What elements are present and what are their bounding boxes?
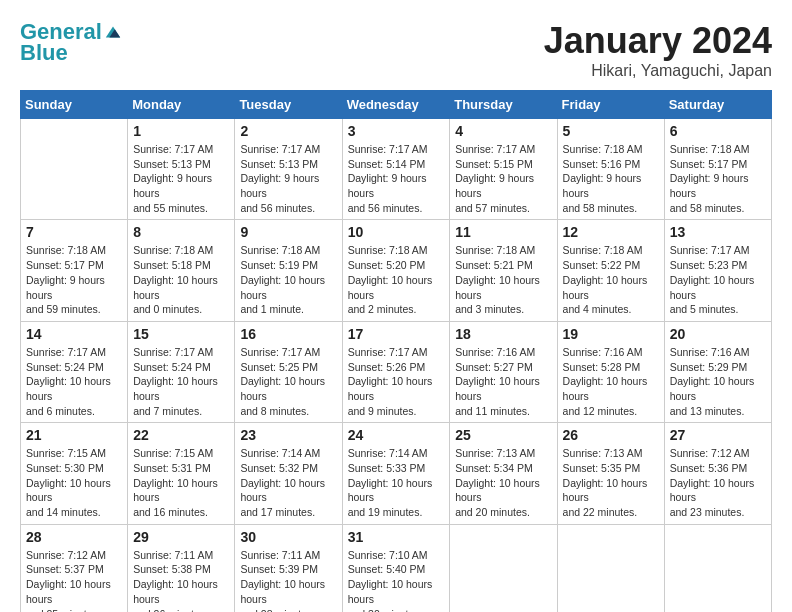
day-number: 17 bbox=[348, 326, 445, 342]
calendar-cell: 19Sunrise: 7:16 AMSunset: 5:28 PMDayligh… bbox=[557, 321, 664, 422]
day-number: 28 bbox=[26, 529, 122, 545]
day-number: 23 bbox=[240, 427, 336, 443]
day-info: Sunrise: 7:18 AMSunset: 5:20 PMDaylight:… bbox=[348, 243, 445, 316]
calendar-table: SundayMondayTuesdayWednesdayThursdayFrid… bbox=[20, 90, 772, 612]
day-info: Sunrise: 7:11 AMSunset: 5:38 PMDaylight:… bbox=[133, 548, 229, 612]
day-info: Sunrise: 7:17 AMSunset: 5:13 PMDaylight:… bbox=[133, 142, 229, 215]
column-header-monday: Monday bbox=[128, 91, 235, 119]
month-title: January 2024 bbox=[544, 20, 772, 62]
day-info: Sunrise: 7:14 AMSunset: 5:32 PMDaylight:… bbox=[240, 446, 336, 519]
calendar-cell: 2Sunrise: 7:17 AMSunset: 5:13 PMDaylight… bbox=[235, 119, 342, 220]
calendar-cell: 20Sunrise: 7:16 AMSunset: 5:29 PMDayligh… bbox=[664, 321, 771, 422]
day-info: Sunrise: 7:13 AMSunset: 5:35 PMDaylight:… bbox=[563, 446, 659, 519]
calendar-cell bbox=[450, 524, 557, 612]
day-number: 26 bbox=[563, 427, 659, 443]
day-info: Sunrise: 7:16 AMSunset: 5:27 PMDaylight:… bbox=[455, 345, 551, 418]
day-number: 3 bbox=[348, 123, 445, 139]
calendar-cell: 27Sunrise: 7:12 AMSunset: 5:36 PMDayligh… bbox=[664, 423, 771, 524]
day-number: 7 bbox=[26, 224, 122, 240]
day-info: Sunrise: 7:18 AMSunset: 5:18 PMDaylight:… bbox=[133, 243, 229, 316]
day-info: Sunrise: 7:18 AMSunset: 5:17 PMDaylight:… bbox=[26, 243, 122, 316]
column-header-tuesday: Tuesday bbox=[235, 91, 342, 119]
calendar-cell: 9Sunrise: 7:18 AMSunset: 5:19 PMDaylight… bbox=[235, 220, 342, 321]
title-block: January 2024 Hikari, Yamaguchi, Japan bbox=[544, 20, 772, 80]
week-row-4: 21Sunrise: 7:15 AMSunset: 5:30 PMDayligh… bbox=[21, 423, 772, 524]
calendar-cell: 22Sunrise: 7:15 AMSunset: 5:31 PMDayligh… bbox=[128, 423, 235, 524]
day-info: Sunrise: 7:17 AMSunset: 5:25 PMDaylight:… bbox=[240, 345, 336, 418]
logo: General Blue bbox=[20, 20, 122, 66]
calendar-cell bbox=[664, 524, 771, 612]
week-row-3: 14Sunrise: 7:17 AMSunset: 5:24 PMDayligh… bbox=[21, 321, 772, 422]
day-number: 4 bbox=[455, 123, 551, 139]
day-number: 10 bbox=[348, 224, 445, 240]
calendar-cell: 16Sunrise: 7:17 AMSunset: 5:25 PMDayligh… bbox=[235, 321, 342, 422]
column-header-friday: Friday bbox=[557, 91, 664, 119]
calendar-cell: 15Sunrise: 7:17 AMSunset: 5:24 PMDayligh… bbox=[128, 321, 235, 422]
day-number: 11 bbox=[455, 224, 551, 240]
calendar-cell: 31Sunrise: 7:10 AMSunset: 5:40 PMDayligh… bbox=[342, 524, 450, 612]
day-number: 12 bbox=[563, 224, 659, 240]
day-info: Sunrise: 7:17 AMSunset: 5:24 PMDaylight:… bbox=[133, 345, 229, 418]
calendar-cell: 8Sunrise: 7:18 AMSunset: 5:18 PMDaylight… bbox=[128, 220, 235, 321]
day-number: 29 bbox=[133, 529, 229, 545]
day-number: 31 bbox=[348, 529, 445, 545]
calendar-cell: 5Sunrise: 7:18 AMSunset: 5:16 PMDaylight… bbox=[557, 119, 664, 220]
calendar-cell: 12Sunrise: 7:18 AMSunset: 5:22 PMDayligh… bbox=[557, 220, 664, 321]
day-info: Sunrise: 7:17 AMSunset: 5:15 PMDaylight:… bbox=[455, 142, 551, 215]
day-info: Sunrise: 7:17 AMSunset: 5:14 PMDaylight:… bbox=[348, 142, 445, 215]
calendar-cell: 25Sunrise: 7:13 AMSunset: 5:34 PMDayligh… bbox=[450, 423, 557, 524]
day-number: 30 bbox=[240, 529, 336, 545]
calendar-cell bbox=[557, 524, 664, 612]
calendar-header-row: SundayMondayTuesdayWednesdayThursdayFrid… bbox=[21, 91, 772, 119]
day-info: Sunrise: 7:18 AMSunset: 5:22 PMDaylight:… bbox=[563, 243, 659, 316]
day-number: 22 bbox=[133, 427, 229, 443]
column-header-wednesday: Wednesday bbox=[342, 91, 450, 119]
day-info: Sunrise: 7:17 AMSunset: 5:13 PMDaylight:… bbox=[240, 142, 336, 215]
day-number: 19 bbox=[563, 326, 659, 342]
day-info: Sunrise: 7:18 AMSunset: 5:21 PMDaylight:… bbox=[455, 243, 551, 316]
day-number: 13 bbox=[670, 224, 766, 240]
day-info: Sunrise: 7:15 AMSunset: 5:30 PMDaylight:… bbox=[26, 446, 122, 519]
day-number: 20 bbox=[670, 326, 766, 342]
day-info: Sunrise: 7:13 AMSunset: 5:34 PMDaylight:… bbox=[455, 446, 551, 519]
calendar-cell: 17Sunrise: 7:17 AMSunset: 5:26 PMDayligh… bbox=[342, 321, 450, 422]
day-info: Sunrise: 7:16 AMSunset: 5:29 PMDaylight:… bbox=[670, 345, 766, 418]
day-number: 2 bbox=[240, 123, 336, 139]
calendar-cell: 3Sunrise: 7:17 AMSunset: 5:14 PMDaylight… bbox=[342, 119, 450, 220]
day-number: 27 bbox=[670, 427, 766, 443]
location: Hikari, Yamaguchi, Japan bbox=[544, 62, 772, 80]
calendar-cell: 21Sunrise: 7:15 AMSunset: 5:30 PMDayligh… bbox=[21, 423, 128, 524]
logo-icon bbox=[104, 23, 122, 41]
calendar-cell: 4Sunrise: 7:17 AMSunset: 5:15 PMDaylight… bbox=[450, 119, 557, 220]
week-row-5: 28Sunrise: 7:12 AMSunset: 5:37 PMDayligh… bbox=[21, 524, 772, 612]
day-number: 5 bbox=[563, 123, 659, 139]
calendar-cell: 29Sunrise: 7:11 AMSunset: 5:38 PMDayligh… bbox=[128, 524, 235, 612]
calendar-cell: 14Sunrise: 7:17 AMSunset: 5:24 PMDayligh… bbox=[21, 321, 128, 422]
day-number: 15 bbox=[133, 326, 229, 342]
calendar-cell: 18Sunrise: 7:16 AMSunset: 5:27 PMDayligh… bbox=[450, 321, 557, 422]
column-header-thursday: Thursday bbox=[450, 91, 557, 119]
calendar-cell: 13Sunrise: 7:17 AMSunset: 5:23 PMDayligh… bbox=[664, 220, 771, 321]
day-info: Sunrise: 7:12 AMSunset: 5:36 PMDaylight:… bbox=[670, 446, 766, 519]
calendar-cell: 10Sunrise: 7:18 AMSunset: 5:20 PMDayligh… bbox=[342, 220, 450, 321]
day-info: Sunrise: 7:15 AMSunset: 5:31 PMDaylight:… bbox=[133, 446, 229, 519]
day-number: 8 bbox=[133, 224, 229, 240]
day-info: Sunrise: 7:17 AMSunset: 5:26 PMDaylight:… bbox=[348, 345, 445, 418]
calendar-cell: 26Sunrise: 7:13 AMSunset: 5:35 PMDayligh… bbox=[557, 423, 664, 524]
day-number: 9 bbox=[240, 224, 336, 240]
column-header-sunday: Sunday bbox=[21, 91, 128, 119]
day-info: Sunrise: 7:17 AMSunset: 5:24 PMDaylight:… bbox=[26, 345, 122, 418]
day-number: 25 bbox=[455, 427, 551, 443]
calendar-cell: 24Sunrise: 7:14 AMSunset: 5:33 PMDayligh… bbox=[342, 423, 450, 524]
calendar-cell bbox=[21, 119, 128, 220]
page-header: General Blue January 2024 Hikari, Yamagu… bbox=[20, 20, 772, 80]
day-info: Sunrise: 7:17 AMSunset: 5:23 PMDaylight:… bbox=[670, 243, 766, 316]
day-number: 1 bbox=[133, 123, 229, 139]
calendar-cell: 6Sunrise: 7:18 AMSunset: 5:17 PMDaylight… bbox=[664, 119, 771, 220]
day-number: 21 bbox=[26, 427, 122, 443]
day-number: 16 bbox=[240, 326, 336, 342]
day-number: 6 bbox=[670, 123, 766, 139]
calendar-cell: 30Sunrise: 7:11 AMSunset: 5:39 PMDayligh… bbox=[235, 524, 342, 612]
day-number: 24 bbox=[348, 427, 445, 443]
day-number: 14 bbox=[26, 326, 122, 342]
